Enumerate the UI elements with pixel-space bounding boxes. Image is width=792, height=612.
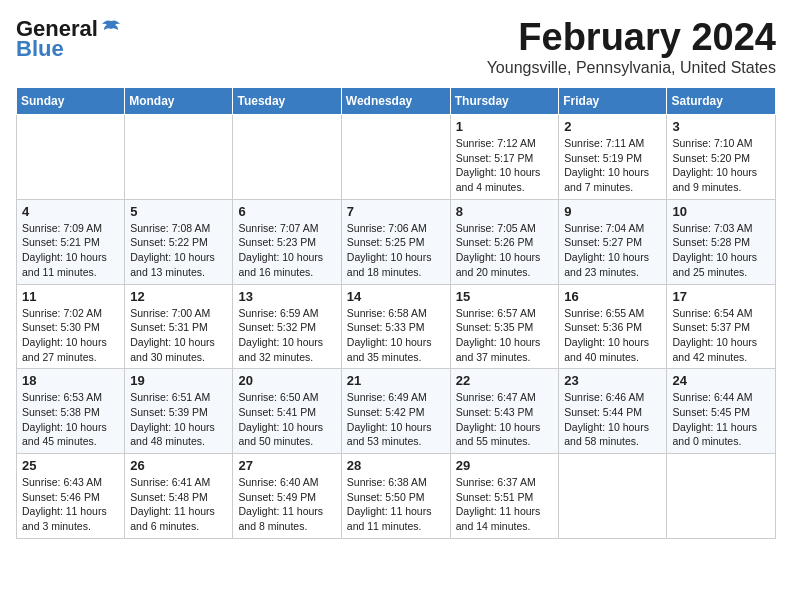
- calendar-cell: 2Sunrise: 7:11 AM Sunset: 5:19 PM Daylig…: [559, 115, 667, 200]
- calendar-cell: 22Sunrise: 6:47 AM Sunset: 5:43 PM Dayli…: [450, 369, 559, 454]
- day-number: 3: [672, 119, 770, 134]
- calendar-cell: 18Sunrise: 6:53 AM Sunset: 5:38 PM Dayli…: [17, 369, 125, 454]
- day-info: Sunrise: 6:43 AM Sunset: 5:46 PM Dayligh…: [22, 475, 119, 534]
- calendar-cell: 16Sunrise: 6:55 AM Sunset: 5:36 PM Dayli…: [559, 284, 667, 369]
- day-info: Sunrise: 7:12 AM Sunset: 5:17 PM Dayligh…: [456, 136, 554, 195]
- title-area: February 2024 Youngsville, Pennsylvania,…: [487, 16, 776, 77]
- calendar-cell: 19Sunrise: 6:51 AM Sunset: 5:39 PM Dayli…: [125, 369, 233, 454]
- month-title: February 2024: [487, 16, 776, 59]
- day-number: 15: [456, 289, 554, 304]
- day-number: 10: [672, 204, 770, 219]
- day-number: 19: [130, 373, 227, 388]
- calendar-week-row: 18Sunrise: 6:53 AM Sunset: 5:38 PM Dayli…: [17, 369, 776, 454]
- calendar-cell: 12Sunrise: 7:00 AM Sunset: 5:31 PM Dayli…: [125, 284, 233, 369]
- calendar-cell: 3Sunrise: 7:10 AM Sunset: 5:20 PM Daylig…: [667, 115, 776, 200]
- day-info: Sunrise: 6:51 AM Sunset: 5:39 PM Dayligh…: [130, 390, 227, 449]
- day-info: Sunrise: 6:44 AM Sunset: 5:45 PM Dayligh…: [672, 390, 770, 449]
- calendar-cell: 7Sunrise: 7:06 AM Sunset: 5:25 PM Daylig…: [341, 199, 450, 284]
- calendar-cell: [341, 115, 450, 200]
- day-number: 22: [456, 373, 554, 388]
- day-info: Sunrise: 7:08 AM Sunset: 5:22 PM Dayligh…: [130, 221, 227, 280]
- day-info: Sunrise: 7:04 AM Sunset: 5:27 PM Dayligh…: [564, 221, 661, 280]
- calendar-cell: 8Sunrise: 7:05 AM Sunset: 5:26 PM Daylig…: [450, 199, 559, 284]
- day-number: 13: [238, 289, 335, 304]
- day-number: 16: [564, 289, 661, 304]
- logo-blue: Blue: [16, 36, 64, 62]
- calendar-week-row: 11Sunrise: 7:02 AM Sunset: 5:30 PM Dayli…: [17, 284, 776, 369]
- calendar-cell: 9Sunrise: 7:04 AM Sunset: 5:27 PM Daylig…: [559, 199, 667, 284]
- calendar-cell: [17, 115, 125, 200]
- calendar-cell: 13Sunrise: 6:59 AM Sunset: 5:32 PM Dayli…: [233, 284, 341, 369]
- day-info: Sunrise: 6:40 AM Sunset: 5:49 PM Dayligh…: [238, 475, 335, 534]
- day-info: Sunrise: 6:47 AM Sunset: 5:43 PM Dayligh…: [456, 390, 554, 449]
- location-title: Youngsville, Pennsylvania, United States: [487, 59, 776, 77]
- day-info: Sunrise: 6:41 AM Sunset: 5:48 PM Dayligh…: [130, 475, 227, 534]
- day-number: 4: [22, 204, 119, 219]
- calendar-cell: 6Sunrise: 7:07 AM Sunset: 5:23 PM Daylig…: [233, 199, 341, 284]
- day-number: 25: [22, 458, 119, 473]
- weekday-header-saturday: Saturday: [667, 88, 776, 115]
- calendar-cell: 15Sunrise: 6:57 AM Sunset: 5:35 PM Dayli…: [450, 284, 559, 369]
- calendar-cell: 23Sunrise: 6:46 AM Sunset: 5:44 PM Dayli…: [559, 369, 667, 454]
- calendar-cell: 11Sunrise: 7:02 AM Sunset: 5:30 PM Dayli…: [17, 284, 125, 369]
- calendar-cell: 10Sunrise: 7:03 AM Sunset: 5:28 PM Dayli…: [667, 199, 776, 284]
- calendar-cell: 27Sunrise: 6:40 AM Sunset: 5:49 PM Dayli…: [233, 454, 341, 539]
- day-info: Sunrise: 6:54 AM Sunset: 5:37 PM Dayligh…: [672, 306, 770, 365]
- day-number: 23: [564, 373, 661, 388]
- day-info: Sunrise: 6:50 AM Sunset: 5:41 PM Dayligh…: [238, 390, 335, 449]
- day-number: 12: [130, 289, 227, 304]
- day-info: Sunrise: 7:06 AM Sunset: 5:25 PM Dayligh…: [347, 221, 445, 280]
- day-number: 5: [130, 204, 227, 219]
- day-info: Sunrise: 7:03 AM Sunset: 5:28 PM Dayligh…: [672, 221, 770, 280]
- day-number: 11: [22, 289, 119, 304]
- day-info: Sunrise: 6:37 AM Sunset: 5:51 PM Dayligh…: [456, 475, 554, 534]
- day-info: Sunrise: 6:55 AM Sunset: 5:36 PM Dayligh…: [564, 306, 661, 365]
- weekday-header-wednesday: Wednesday: [341, 88, 450, 115]
- day-number: 21: [347, 373, 445, 388]
- calendar-cell: 26Sunrise: 6:41 AM Sunset: 5:48 PM Dayli…: [125, 454, 233, 539]
- calendar-cell: 29Sunrise: 6:37 AM Sunset: 5:51 PM Dayli…: [450, 454, 559, 539]
- calendar-week-row: 1Sunrise: 7:12 AM Sunset: 5:17 PM Daylig…: [17, 115, 776, 200]
- day-number: 27: [238, 458, 335, 473]
- weekday-header-row: SundayMondayTuesdayWednesdayThursdayFrid…: [17, 88, 776, 115]
- day-info: Sunrise: 7:00 AM Sunset: 5:31 PM Dayligh…: [130, 306, 227, 365]
- calendar-cell: 5Sunrise: 7:08 AM Sunset: 5:22 PM Daylig…: [125, 199, 233, 284]
- calendar-cell: 25Sunrise: 6:43 AM Sunset: 5:46 PM Dayli…: [17, 454, 125, 539]
- page-header: General Blue February 2024 Youngsville, …: [16, 16, 776, 77]
- day-number: 18: [22, 373, 119, 388]
- day-info: Sunrise: 6:59 AM Sunset: 5:32 PM Dayligh…: [238, 306, 335, 365]
- calendar-cell: [559, 454, 667, 539]
- weekday-header-sunday: Sunday: [17, 88, 125, 115]
- day-number: 29: [456, 458, 554, 473]
- calendar-cell: 1Sunrise: 7:12 AM Sunset: 5:17 PM Daylig…: [450, 115, 559, 200]
- calendar-cell: 24Sunrise: 6:44 AM Sunset: 5:45 PM Dayli…: [667, 369, 776, 454]
- weekday-header-thursday: Thursday: [450, 88, 559, 115]
- day-info: Sunrise: 7:10 AM Sunset: 5:20 PM Dayligh…: [672, 136, 770, 195]
- calendar-cell: 17Sunrise: 6:54 AM Sunset: 5:37 PM Dayli…: [667, 284, 776, 369]
- day-number: 14: [347, 289, 445, 304]
- day-number: 26: [130, 458, 227, 473]
- calendar-cell: [667, 454, 776, 539]
- day-number: 20: [238, 373, 335, 388]
- logo-bird-icon: [100, 19, 122, 39]
- day-info: Sunrise: 7:07 AM Sunset: 5:23 PM Dayligh…: [238, 221, 335, 280]
- calendar-week-row: 4Sunrise: 7:09 AM Sunset: 5:21 PM Daylig…: [17, 199, 776, 284]
- day-number: 7: [347, 204, 445, 219]
- day-number: 9: [564, 204, 661, 219]
- day-info: Sunrise: 7:09 AM Sunset: 5:21 PM Dayligh…: [22, 221, 119, 280]
- day-info: Sunrise: 6:53 AM Sunset: 5:38 PM Dayligh…: [22, 390, 119, 449]
- day-number: 24: [672, 373, 770, 388]
- day-info: Sunrise: 7:11 AM Sunset: 5:19 PM Dayligh…: [564, 136, 661, 195]
- day-number: 8: [456, 204, 554, 219]
- day-info: Sunrise: 6:38 AM Sunset: 5:50 PM Dayligh…: [347, 475, 445, 534]
- weekday-header-friday: Friday: [559, 88, 667, 115]
- weekday-header-monday: Monday: [125, 88, 233, 115]
- calendar-table: SundayMondayTuesdayWednesdayThursdayFrid…: [16, 87, 776, 539]
- calendar-week-row: 25Sunrise: 6:43 AM Sunset: 5:46 PM Dayli…: [17, 454, 776, 539]
- day-info: Sunrise: 6:58 AM Sunset: 5:33 PM Dayligh…: [347, 306, 445, 365]
- weekday-header-tuesday: Tuesday: [233, 88, 341, 115]
- day-number: 2: [564, 119, 661, 134]
- day-info: Sunrise: 6:57 AM Sunset: 5:35 PM Dayligh…: [456, 306, 554, 365]
- calendar-cell: 28Sunrise: 6:38 AM Sunset: 5:50 PM Dayli…: [341, 454, 450, 539]
- day-number: 17: [672, 289, 770, 304]
